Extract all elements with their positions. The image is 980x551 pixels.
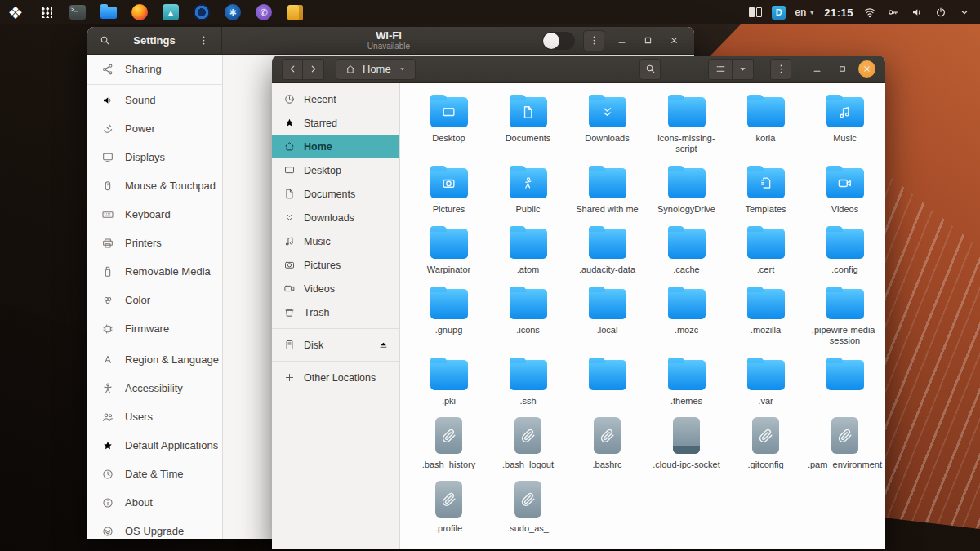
settings-item-about[interactable]: About bbox=[87, 488, 222, 517]
sidebar-item-disk[interactable]: Disk bbox=[272, 333, 399, 357]
file-item--var[interactable]: .var bbox=[726, 357, 805, 407]
file-item-templates[interactable]: Templates bbox=[726, 165, 805, 215]
file-item--themes[interactable]: .themes bbox=[647, 357, 726, 407]
files-close-button[interactable] bbox=[858, 60, 875, 78]
app-grid-icon[interactable] bbox=[38, 3, 56, 21]
clock-label[interactable]: 21:15 bbox=[824, 7, 853, 19]
settings-item-sharing[interactable]: Sharing bbox=[87, 55, 222, 83]
sidebar-item-other-locations[interactable]: Other Locations bbox=[272, 366, 399, 389]
file-item--cloud-ipc-socket[interactable]: .cloud-ipc-socket bbox=[647, 417, 726, 470]
file-item-public[interactable]: Public bbox=[488, 165, 568, 215]
sidebar-item-music[interactable]: Music bbox=[272, 229, 399, 253]
settings-item-date-time[interactable]: Date & Time bbox=[87, 460, 222, 488]
sidebar-item-starred[interactable]: Starred bbox=[272, 111, 399, 135]
file-item-downloads[interactable]: Downloads bbox=[568, 94, 647, 154]
terminal-icon[interactable]: >_ bbox=[69, 3, 87, 21]
firefox-icon[interactable] bbox=[131, 3, 149, 21]
file-item-unnamed[interactable] bbox=[805, 357, 884, 407]
settings-close-button[interactable] bbox=[665, 32, 683, 50]
settings-item-firmware[interactable]: Firmware bbox=[87, 314, 222, 343]
file-item-icons-missing-script[interactable]: icons-missing-script bbox=[647, 94, 726, 154]
file-item-warpinator[interactable]: Warpinator bbox=[409, 225, 488, 275]
file-item--pam-environment[interactable]: .pam_environment bbox=[805, 417, 884, 470]
sidebar-item-videos[interactable]: Videos bbox=[272, 277, 399, 300]
sidebar-item-trash[interactable]: Trash bbox=[272, 300, 399, 324]
file-item--mozilla[interactable]: .mozilla bbox=[726, 286, 805, 346]
view-mode-button[interactable] bbox=[708, 59, 733, 80]
sidebar-item-pictures[interactable]: Pictures bbox=[272, 253, 399, 277]
settings-menu-kebab-icon[interactable] bbox=[195, 32, 213, 50]
file-item--gnupg[interactable]: .gnupg bbox=[409, 286, 488, 346]
file-item-documents[interactable]: Documents bbox=[488, 94, 568, 154]
viber-icon[interactable]: ✆ bbox=[255, 3, 273, 21]
view-options-chevron-button[interactable] bbox=[733, 59, 754, 80]
wifi-icon[interactable] bbox=[862, 5, 877, 20]
tray-chevron-down-icon[interactable] bbox=[957, 5, 972, 20]
file-item-music[interactable]: Music bbox=[805, 94, 884, 154]
file-item--pki[interactable]: .pki bbox=[409, 357, 488, 407]
files-search-button[interactable] bbox=[639, 59, 661, 80]
file-item--icons[interactable]: .icons bbox=[488, 286, 568, 346]
sidebar-item-desktop[interactable]: Desktop bbox=[272, 158, 399, 182]
settings-item-removable-media[interactable]: Removable Media bbox=[87, 257, 222, 286]
installer-icon[interactable]: ▲ bbox=[162, 3, 180, 21]
eject-icon[interactable] bbox=[377, 339, 390, 351]
key-icon[interactable] bbox=[886, 5, 901, 20]
system-settings-icon[interactable]: ✱ bbox=[224, 3, 242, 21]
file-item--sudo-as-[interactable]: .sudo_as_ bbox=[488, 481, 568, 534]
settings-item-color[interactable]: Color bbox=[87, 286, 222, 314]
file-item--pipewire-media-session[interactable]: .pipewire-media-session bbox=[805, 286, 884, 346]
file-item--config[interactable]: .config bbox=[805, 225, 884, 275]
file-item-korla[interactable]: korla bbox=[726, 94, 805, 154]
volume-icon[interactable] bbox=[910, 5, 924, 20]
wifi-kebab-menu-icon[interactable] bbox=[583, 30, 604, 51]
power-icon[interactable] bbox=[933, 5, 948, 20]
file-item--local[interactable]: .local bbox=[568, 286, 647, 346]
file-item--cert[interactable]: .cert bbox=[726, 225, 805, 275]
sidebar-item-downloads[interactable]: Downloads bbox=[272, 206, 399, 229]
file-item--cache[interactable]: .cache bbox=[647, 225, 726, 275]
settings-item-accessibility[interactable]: Accessibility bbox=[87, 374, 222, 402]
wifi-toggle[interactable] bbox=[542, 32, 575, 50]
location-breadcrumb-button[interactable]: Home bbox=[336, 59, 416, 80]
file-item--bash-history[interactable]: .bash_history bbox=[409, 417, 488, 470]
display-badge-icon[interactable]: D bbox=[772, 6, 786, 20]
files-minimize-button[interactable] bbox=[808, 60, 826, 78]
file-item-videos[interactable]: Videos bbox=[805, 165, 884, 215]
endless-knot-logo[interactable]: ❖ bbox=[7, 3, 24, 21]
file-item-shared-with-me[interactable]: Shared with me bbox=[568, 165, 647, 215]
file-item--gitconfig[interactable]: .gitconfig bbox=[726, 417, 805, 470]
settings-item-displays[interactable]: Displays bbox=[87, 143, 222, 171]
files-maximize-button[interactable] bbox=[833, 60, 851, 78]
file-item--bashrc[interactable]: .bashrc bbox=[568, 417, 647, 470]
sidebar-item-recent[interactable]: Recent bbox=[272, 87, 399, 111]
web-browser-icon[interactable] bbox=[193, 3, 211, 21]
settings-minimize-button[interactable] bbox=[612, 32, 630, 50]
back-button[interactable] bbox=[282, 59, 303, 80]
workspaces-icon[interactable] bbox=[748, 5, 763, 20]
file-item-unnamed[interactable] bbox=[568, 357, 647, 407]
file-item-pictures[interactable]: Pictures bbox=[409, 165, 488, 215]
file-item-synologydrive[interactable]: SynologyDrive bbox=[647, 165, 726, 215]
file-item--bash-logout[interactable]: .bash_logout bbox=[488, 417, 568, 470]
settings-item-printers[interactable]: Printers bbox=[87, 229, 222, 257]
forward-button[interactable] bbox=[303, 59, 324, 80]
settings-item-os-upgrade[interactable]: OS Upgrade bbox=[87, 517, 222, 539]
settings-item-default-applications[interactable]: Default Applications bbox=[87, 431, 222, 460]
file-item-desktop[interactable]: Desktop bbox=[409, 94, 488, 154]
files-app-icon[interactable] bbox=[100, 3, 118, 21]
sidebar-item-home[interactable]: Home bbox=[272, 135, 399, 158]
file-item--profile[interactable]: .profile bbox=[409, 481, 488, 534]
settings-search-icon[interactable] bbox=[96, 32, 114, 50]
settings-item-users[interactable]: Users bbox=[87, 402, 222, 431]
settings-item-region-language[interactable]: Region & Language bbox=[87, 345, 222, 374]
file-item--atom[interactable]: .atom bbox=[488, 225, 568, 275]
settings-item-mouse-touchpad[interactable]: Mouse & Touchpad bbox=[87, 171, 222, 200]
file-item--mozc[interactable]: .mozc bbox=[647, 286, 726, 346]
files-kebab-menu-button[interactable] bbox=[770, 59, 791, 80]
settings-maximize-button[interactable] bbox=[639, 32, 657, 50]
settings-item-keyboard[interactable]: Keyboard bbox=[87, 200, 222, 229]
file-item--ssh[interactable]: .ssh bbox=[488, 357, 568, 407]
settings-item-sound[interactable]: Sound bbox=[87, 86, 222, 114]
office-app-icon[interactable] bbox=[286, 3, 304, 21]
